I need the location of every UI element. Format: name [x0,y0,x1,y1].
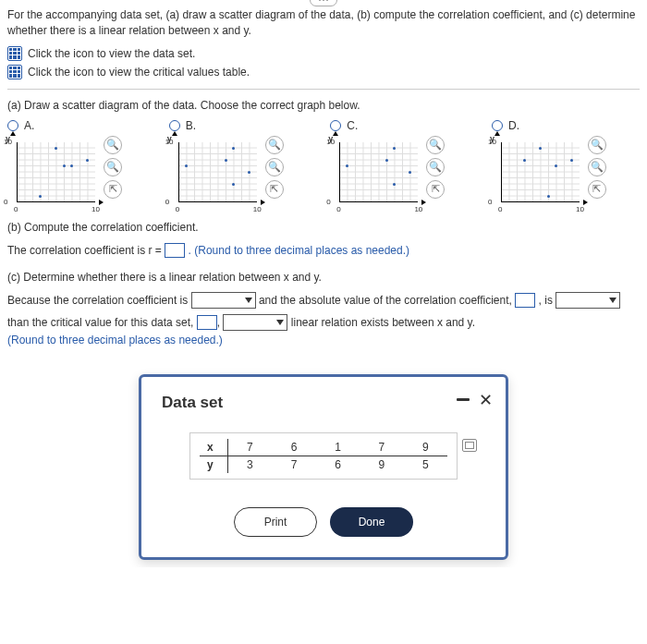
view-dataset-link[interactable]: Click the icon to view the data set. [28,47,195,60]
graph-c: y 10 0 0 10 [330,136,422,210]
zoom-out-icon[interactable]: 🔍 [265,158,284,176]
minimize-icon[interactable] [457,398,470,401]
view-critical-row[interactable]: Click the icon to view the critical valu… [7,65,640,79]
popout-icon[interactable]: ⇱ [104,180,122,199]
view-dataset-row[interactable]: Click the icon to view the data set. [7,46,640,61]
table-icon [7,65,22,79]
option-b-label: B. [186,119,196,132]
done-button[interactable]: Done [330,507,413,537]
option-a-label: A. [24,119,34,132]
part-a-prompt: (a) Draw a scatter diagram of the data. … [7,99,640,112]
abs-coef-input[interactable] [515,293,535,308]
compare-select[interactable] [555,292,620,309]
table-row: x 7 6 1 7 9 [200,439,447,456]
coef-sign-select[interactable] [191,292,256,309]
critical-value-input[interactable] [197,315,217,330]
zoom-in-icon[interactable]: 🔍 [426,136,445,154]
option-d: D. y 10 0 0 10 🔍 🔍 ⇱ [492,119,640,210]
part-c-rounding-note: (Round to three decimal places as needed… [7,334,223,346]
graph-b: y 10 0 0 10 [169,136,262,210]
popout-icon[interactable]: ⇱ [426,180,445,199]
table-icon [7,46,22,61]
question-intro: For the accompanying data set, (a) draw … [7,7,640,39]
graph-d: y 10 0 0 10 [492,136,584,210]
divider [7,89,640,90]
option-c-label: C. [347,119,358,132]
modal-title: Data set [162,394,485,412]
table-row: y 3 7 6 9 5 [200,456,447,473]
rounding-note: . (Round to three decimal places as need… [189,244,409,257]
ellipsis-pill[interactable] [310,0,337,6]
popout-icon[interactable]: ⇱ [588,180,606,199]
radio-c[interactable] [330,120,341,131]
print-button[interactable]: Print [234,507,317,537]
copy-icon[interactable] [462,439,477,452]
option-b: B. y 10 0 0 10 🔍 🔍 ⇱ [169,119,317,210]
zoom-in-icon[interactable]: 🔍 [104,136,122,154]
zoom-out-icon[interactable]: 🔍 [104,158,122,176]
r-value-input[interactable] [165,243,185,258]
data-table-container: x 7 6 1 7 9 y 3 7 6 9 5 [189,432,458,480]
close-icon[interactable]: ✕ [479,390,493,410]
zoom-in-icon[interactable]: 🔍 [588,136,606,154]
part-b-answer-line: The correlation coefficient is r = . (Ro… [7,239,640,261]
popout-icon[interactable]: ⇱ [265,180,284,199]
zoom-in-icon[interactable]: 🔍 [265,136,284,154]
part-c-answer-line: Because the correlation coefficient is a… [7,289,640,334]
zoom-out-icon[interactable]: 🔍 [426,158,445,176]
view-critical-link[interactable]: Click the icon to view the critical valu… [28,66,250,79]
dataset-modal: ✕ Data set x 7 6 1 7 9 y 3 7 6 9 5 Print [139,374,508,560]
relation-select[interactable] [223,314,287,331]
part-b-prompt: (b) Compute the correlation coefficient. [7,221,640,234]
data-table: x 7 6 1 7 9 y 3 7 6 9 5 [200,439,447,473]
option-c: C. y 10 0 0 10 🔍 🔍 ⇱ [330,119,478,210]
part-c-prompt: (c) Determine whether there is a linear … [7,271,640,284]
radio-b[interactable] [169,120,180,131]
radio-d[interactable] [492,120,503,131]
options-row: A. y 10 0 0 10 🔍 🔍 ⇱ [7,119,640,210]
zoom-out-icon[interactable]: 🔍 [588,158,606,176]
radio-a[interactable] [7,120,18,131]
option-a: A. y 10 0 0 10 🔍 🔍 ⇱ [7,119,155,210]
graph-a: y 10 0 0 10 [7,136,100,210]
option-d-label: D. [508,119,519,132]
